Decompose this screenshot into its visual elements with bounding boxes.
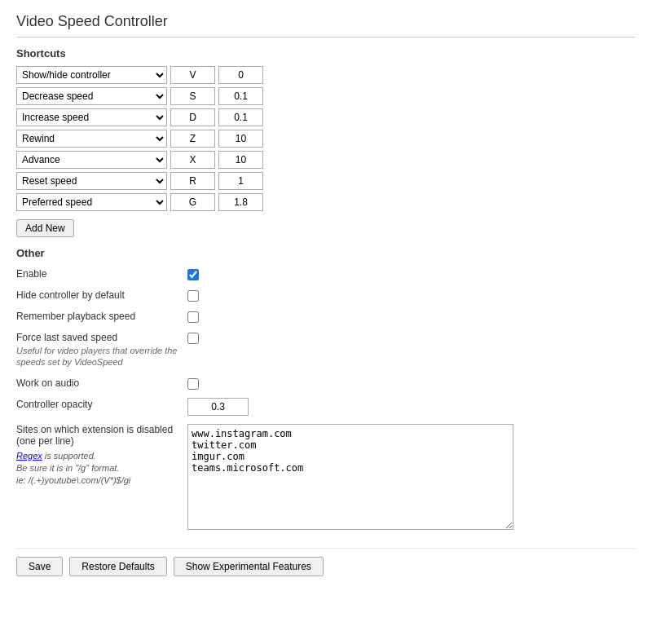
- hide-controller-label: Hide controller by default: [16, 289, 187, 301]
- shortcut-action-select[interactable]: Show/hide controllerDecrease speedIncrea…: [16, 130, 167, 148]
- shortcut-row: Show/hide controllerDecrease speedIncrea…: [16, 193, 636, 211]
- remember-speed-row: Remember playback speed: [16, 308, 636, 324]
- shortcut-row: Show/hide controllerDecrease speedIncrea…: [16, 151, 636, 169]
- force-speed-note: Useful for video players that override t…: [16, 345, 187, 368]
- shortcuts-section: Shortcuts Show/hide controllerDecrease s…: [16, 47, 636, 237]
- show-experimental-button[interactable]: Show Experimental Features: [174, 557, 324, 576]
- page-title: Video Speed Controller: [16, 13, 636, 37]
- force-speed-label: Force last saved speed Useful for video …: [16, 331, 187, 368]
- footer-buttons: Save Restore Defaults Show Experimental …: [16, 548, 636, 576]
- shortcut-row: Show/hide controllerDecrease speedIncrea…: [16, 87, 636, 105]
- enable-control: [187, 267, 199, 280]
- work-audio-checkbox[interactable]: [187, 378, 199, 390]
- hide-controller-control: [187, 289, 199, 302]
- add-new-button[interactable]: Add New: [16, 219, 74, 237]
- shortcut-row: Show/hide controllerDecrease speedIncrea…: [16, 130, 636, 148]
- force-speed-checkbox[interactable]: [187, 333, 199, 344]
- shortcut-row: Show/hide controllerDecrease speedIncrea…: [16, 66, 636, 84]
- opacity-control: [187, 398, 249, 416]
- disabled-sites-row: Sites on which extension is disabled (on…: [16, 422, 636, 532]
- save-button[interactable]: Save: [16, 557, 63, 576]
- disabled-sites-textarea[interactable]: www.instagram.com twitter.com imgur.com …: [187, 424, 513, 530]
- shortcut-key-input[interactable]: [170, 66, 215, 84]
- force-speed-row: Force last saved speed Useful for video …: [16, 329, 636, 370]
- shortcut-action-select[interactable]: Show/hide controllerDecrease speedIncrea…: [16, 66, 167, 84]
- remember-speed-label: Remember playback speed: [16, 310, 187, 322]
- work-audio-control: [187, 377, 199, 390]
- shortcut-value-input[interactable]: [218, 87, 263, 105]
- shortcut-key-input[interactable]: [170, 151, 215, 169]
- shortcut-row: Show/hide controllerDecrease speedIncrea…: [16, 172, 636, 190]
- shortcuts-section-title: Shortcuts: [16, 47, 636, 60]
- shortcut-key-input[interactable]: [170, 130, 215, 148]
- hide-controller-row: Hide controller by default: [16, 287, 636, 303]
- shortcut-key-input[interactable]: [170, 193, 215, 211]
- shortcut-value-input[interactable]: [218, 108, 263, 126]
- shortcut-value-input[interactable]: [218, 130, 263, 148]
- remember-speed-checkbox[interactable]: [187, 311, 199, 323]
- shortcut-value-input[interactable]: [218, 151, 263, 169]
- shortcut-key-input[interactable]: [170, 87, 215, 105]
- shortcut-value-input[interactable]: [218, 193, 263, 211]
- shortcut-action-select[interactable]: Show/hide controllerDecrease speedIncrea…: [16, 108, 167, 126]
- remember-speed-control: [187, 310, 199, 323]
- regex-note: Regex is supported.Be sure it is in "/g"…: [16, 450, 187, 487]
- enable-label: Enable: [16, 267, 187, 280]
- shortcut-rows-container: Show/hide controllerDecrease speedIncrea…: [16, 66, 636, 211]
- shortcut-action-select[interactable]: Show/hide controllerDecrease speedIncrea…: [16, 87, 167, 105]
- other-section-title: Other: [16, 247, 636, 259]
- opacity-label: Controller opacity: [16, 398, 187, 410]
- disabled-sites-control: www.instagram.com twitter.com imgur.com …: [187, 424, 513, 530]
- shortcut-action-select[interactable]: Show/hide controllerDecrease speedIncrea…: [16, 172, 167, 190]
- shortcut-key-input[interactable]: [170, 108, 215, 126]
- opacity-row: Controller opacity: [16, 396, 636, 417]
- shortcut-value-input[interactable]: [218, 66, 263, 84]
- shortcut-key-input[interactable]: [170, 172, 215, 190]
- disabled-sites-label: Sites on which extension is disabled (on…: [16, 424, 187, 487]
- regex-link[interactable]: Regex: [16, 451, 42, 461]
- work-audio-row: Work on audio: [16, 375, 636, 391]
- work-audio-label: Work on audio: [16, 377, 187, 389]
- force-speed-control: [187, 331, 199, 344]
- opacity-input[interactable]: [187, 398, 249, 416]
- enable-checkbox[interactable]: [187, 269, 199, 280]
- shortcut-value-input[interactable]: [218, 172, 263, 190]
- enable-row: Enable: [16, 266, 636, 282]
- restore-defaults-button[interactable]: Restore Defaults: [69, 557, 166, 576]
- shortcut-row: Show/hide controllerDecrease speedIncrea…: [16, 108, 636, 126]
- hide-controller-checkbox[interactable]: [187, 290, 199, 302]
- shortcut-action-select[interactable]: Show/hide controllerDecrease speedIncrea…: [16, 193, 167, 211]
- other-section: Other Enable Hide controller by default …: [16, 247, 636, 532]
- shortcut-action-select[interactable]: Show/hide controllerDecrease speedIncrea…: [16, 151, 167, 169]
